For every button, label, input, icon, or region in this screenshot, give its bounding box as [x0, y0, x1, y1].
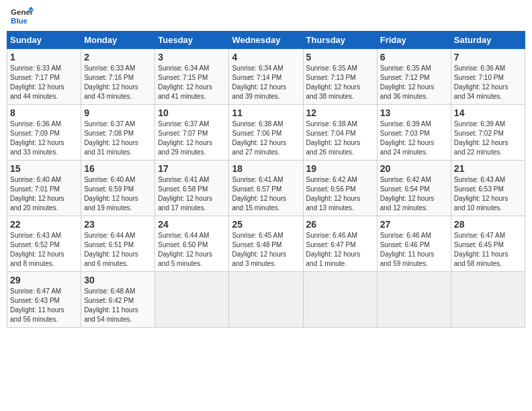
logo: General Blue — [9, 7, 34, 27]
day-cell-24: 24Sunrise: 6:44 AM Sunset: 6:50 PM Dayli… — [155, 216, 229, 272]
day-number: 30 — [84, 275, 152, 285]
day-number: 23 — [84, 219, 152, 230]
day-info: Sunrise: 6:33 AM Sunset: 7:17 PM Dayligh… — [10, 64, 78, 101]
empty-cell — [155, 272, 229, 328]
day-cell-18: 18Sunrise: 6:41 AM Sunset: 6:57 PM Dayli… — [229, 161, 303, 216]
day-number: 3 — [158, 52, 226, 62]
day-info: Sunrise: 6:46 AM Sunset: 6:47 PM Dayligh… — [306, 231, 374, 269]
day-number: 12 — [306, 107, 374, 118]
day-info: Sunrise: 6:42 AM Sunset: 6:54 PM Dayligh… — [380, 175, 448, 213]
day-cell-15: 15Sunrise: 6:40 AM Sunset: 7:01 PM Dayli… — [7, 161, 81, 216]
day-number: 18 — [232, 163, 300, 174]
day-number: 15 — [10, 163, 78, 174]
column-header-sunday: Sunday — [7, 32, 81, 49]
day-cell-5: 5Sunrise: 6:35 AM Sunset: 7:13 PM Daylig… — [303, 49, 377, 105]
day-number: 16 — [84, 163, 152, 174]
day-cell-1: 1Sunrise: 6:33 AM Sunset: 7:17 PM Daylig… — [7, 49, 81, 105]
svg-text:Blue: Blue — [11, 17, 28, 25]
day-info: Sunrise: 6:46 AM Sunset: 6:46 PM Dayligh… — [380, 231, 448, 269]
day-cell-22: 22Sunrise: 6:43 AM Sunset: 6:52 PM Dayli… — [7, 216, 81, 272]
logo-icon: General Blue — [9, 7, 34, 27]
day-cell-13: 13Sunrise: 6:39 AM Sunset: 7:03 PM Dayli… — [377, 105, 451, 161]
day-cell-6: 6Sunrise: 6:35 AM Sunset: 7:12 PM Daylig… — [377, 49, 451, 105]
column-header-thursday: Thursday — [303, 32, 377, 49]
day-cell-17: 17Sunrise: 6:41 AM Sunset: 6:58 PM Dayli… — [155, 161, 229, 216]
day-cell-21: 21Sunrise: 6:43 AM Sunset: 6:53 PM Dayli… — [451, 161, 525, 216]
day-cell-25: 25Sunrise: 6:45 AM Sunset: 6:48 PM Dayli… — [229, 216, 303, 272]
day-info: Sunrise: 6:47 AM Sunset: 6:43 PM Dayligh… — [10, 287, 78, 324]
day-number: 4 — [232, 52, 300, 62]
day-number: 29 — [10, 275, 78, 285]
day-cell-8: 8Sunrise: 6:36 AM Sunset: 7:09 PM Daylig… — [7, 105, 81, 161]
page-header: General Blue — [7, 7, 525, 27]
day-info: Sunrise: 6:34 AM Sunset: 7:14 PM Dayligh… — [232, 64, 300, 101]
day-cell-20: 20Sunrise: 6:42 AM Sunset: 6:54 PM Dayli… — [377, 161, 451, 216]
day-number: 8 — [10, 107, 78, 118]
day-info: Sunrise: 6:44 AM Sunset: 6:50 PM Dayligh… — [158, 231, 226, 269]
day-number: 2 — [84, 52, 152, 62]
day-info: Sunrise: 6:37 AM Sunset: 7:07 PM Dayligh… — [158, 120, 226, 157]
day-cell-28: 28Sunrise: 6:47 AM Sunset: 6:45 PM Dayli… — [451, 216, 525, 272]
day-cell-4: 4Sunrise: 6:34 AM Sunset: 7:14 PM Daylig… — [229, 49, 303, 105]
day-info: Sunrise: 6:43 AM Sunset: 6:52 PM Dayligh… — [10, 231, 78, 269]
day-number: 14 — [454, 107, 522, 118]
day-number: 6 — [380, 52, 448, 62]
day-number: 19 — [306, 163, 374, 174]
empty-cell — [229, 272, 303, 328]
day-number: 26 — [306, 219, 374, 230]
day-info: Sunrise: 6:44 AM Sunset: 6:51 PM Dayligh… — [84, 231, 152, 269]
day-info: Sunrise: 6:34 AM Sunset: 7:15 PM Dayligh… — [158, 64, 226, 101]
day-number: 20 — [380, 163, 448, 174]
day-info: Sunrise: 6:41 AM Sunset: 6:58 PM Dayligh… — [158, 175, 226, 213]
day-info: Sunrise: 6:38 AM Sunset: 7:06 PM Dayligh… — [232, 120, 300, 157]
day-number: 1 — [10, 52, 78, 62]
day-cell-3: 3Sunrise: 6:34 AM Sunset: 7:15 PM Daylig… — [155, 49, 229, 105]
empty-cell — [303, 272, 377, 328]
day-number: 17 — [158, 163, 226, 174]
day-cell-27: 27Sunrise: 6:46 AM Sunset: 6:46 PM Dayli… — [377, 216, 451, 272]
day-number: 24 — [158, 219, 226, 230]
day-info: Sunrise: 6:35 AM Sunset: 7:13 PM Dayligh… — [306, 64, 374, 101]
day-number: 11 — [232, 107, 300, 118]
day-cell-16: 16Sunrise: 6:40 AM Sunset: 6:59 PM Dayli… — [81, 161, 155, 216]
day-cell-12: 12Sunrise: 6:38 AM Sunset: 7:04 PM Dayli… — [303, 105, 377, 161]
day-info: Sunrise: 6:45 AM Sunset: 6:48 PM Dayligh… — [232, 231, 300, 269]
day-cell-10: 10Sunrise: 6:37 AM Sunset: 7:07 PM Dayli… — [155, 105, 229, 161]
day-cell-14: 14Sunrise: 6:39 AM Sunset: 7:02 PM Dayli… — [451, 105, 525, 161]
day-number: 13 — [380, 107, 448, 118]
day-info: Sunrise: 6:40 AM Sunset: 6:59 PM Dayligh… — [84, 175, 152, 213]
day-info: Sunrise: 6:36 AM Sunset: 7:09 PM Dayligh… — [10, 120, 78, 157]
day-info: Sunrise: 6:35 AM Sunset: 7:12 PM Dayligh… — [380, 64, 448, 101]
day-cell-23: 23Sunrise: 6:44 AM Sunset: 6:51 PM Dayli… — [81, 216, 155, 272]
day-cell-11: 11Sunrise: 6:38 AM Sunset: 7:06 PM Dayli… — [229, 105, 303, 161]
day-info: Sunrise: 6:39 AM Sunset: 7:03 PM Dayligh… — [380, 120, 448, 157]
day-number: 5 — [306, 52, 374, 62]
empty-cell — [377, 272, 451, 328]
day-info: Sunrise: 6:40 AM Sunset: 7:01 PM Dayligh… — [10, 175, 78, 213]
day-cell-7: 7Sunrise: 6:36 AM Sunset: 7:10 PM Daylig… — [451, 49, 525, 105]
day-info: Sunrise: 6:43 AM Sunset: 6:53 PM Dayligh… — [454, 175, 522, 213]
day-number: 7 — [454, 52, 522, 62]
column-header-monday: Monday — [81, 32, 155, 49]
day-number: 28 — [454, 219, 522, 230]
day-number: 27 — [380, 219, 448, 230]
day-number: 10 — [158, 107, 226, 118]
day-info: Sunrise: 6:37 AM Sunset: 7:08 PM Dayligh… — [84, 120, 152, 157]
day-info: Sunrise: 6:36 AM Sunset: 7:10 PM Dayligh… — [454, 64, 522, 101]
day-info: Sunrise: 6:33 AM Sunset: 7:16 PM Dayligh… — [84, 64, 152, 101]
day-info: Sunrise: 6:48 AM Sunset: 6:42 PM Dayligh… — [84, 287, 152, 324]
day-number: 9 — [84, 107, 152, 118]
day-cell-30: 30Sunrise: 6:48 AM Sunset: 6:42 PM Dayli… — [81, 272, 155, 328]
day-number: 21 — [454, 163, 522, 174]
column-header-tuesday: Tuesday — [155, 32, 229, 49]
day-number: 25 — [232, 219, 300, 230]
day-cell-29: 29Sunrise: 6:47 AM Sunset: 6:43 PM Dayli… — [7, 272, 81, 328]
day-cell-2: 2Sunrise: 6:33 AM Sunset: 7:16 PM Daylig… — [81, 49, 155, 105]
column-header-saturday: Saturday — [451, 32, 525, 49]
day-info: Sunrise: 6:42 AM Sunset: 6:56 PM Dayligh… — [306, 175, 374, 213]
column-header-wednesday: Wednesday — [229, 32, 303, 49]
day-cell-26: 26Sunrise: 6:46 AM Sunset: 6:47 PM Dayli… — [303, 216, 377, 272]
day-info: Sunrise: 6:41 AM Sunset: 6:57 PM Dayligh… — [232, 175, 300, 213]
svg-marker-3 — [29, 9, 34, 12]
day-number: 22 — [10, 219, 78, 230]
